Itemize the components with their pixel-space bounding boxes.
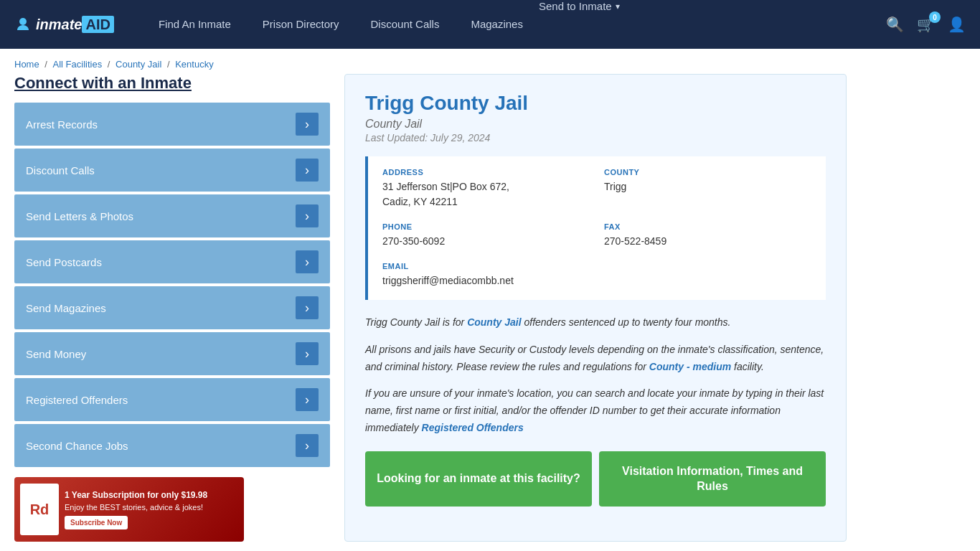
sidebar-label-send-money: Send Money	[26, 348, 86, 360]
sidebar-label-second-chance-jobs: Second Chance Jobs	[26, 440, 128, 452]
sidebar-item-send-magazines[interactable]: Send Magazines ›	[14, 286, 330, 329]
logo-icon	[14, 16, 32, 33]
ad-text: 1 Year Subscription for only $19.98 Enjo…	[65, 490, 207, 529]
breadcrumb-county-jail[interactable]: County Jail	[116, 59, 161, 70]
cart-badge-count: 0	[929, 11, 941, 23]
sidebar-item-send-postcards[interactable]: Send Postcards ›	[14, 240, 330, 283]
breadcrumb-all-facilities[interactable]: All Facilities	[53, 59, 103, 70]
nav-find-inmate[interactable]: Find An Inmate	[143, 0, 247, 49]
sidebar-label-send-postcards: Send Postcards	[26, 256, 102, 268]
facility-last-updated: Last Updated: July 29, 2024	[365, 132, 826, 143]
search-button[interactable]: 🔍	[886, 16, 904, 33]
phone-field: PHONE 270-350-6092	[382, 222, 590, 249]
sidebar-link-send-money[interactable]: Send Money ›	[14, 332, 330, 375]
address-label: ADDRESS	[382, 168, 590, 176]
navbar-right: 🔍 🛒 0 👤	[886, 16, 966, 33]
breadcrumb: Home / All Facilities / County Jail / Ke…	[0, 49, 980, 74]
facility-type: County Jail	[365, 118, 826, 131]
facility-panel: Trigg County Jail County Jail Last Updat…	[344, 74, 847, 542]
sidebar-item-registered-offenders[interactable]: Registered Offenders ›	[14, 378, 330, 421]
county-medium-link[interactable]: County - medium	[649, 361, 731, 372]
address-field: ADDRESS 31 Jefferson St|PO Box 672,Cadiz…	[382, 168, 590, 209]
search-icon: 🔍	[886, 16, 904, 33]
fax-label: FAX	[604, 222, 811, 231]
arrow-icon: ›	[296, 204, 319, 227]
ad-headline: 1 Year Subscription for only $19.98	[65, 490, 207, 500]
desc-paragraph-3: If you are unsure of your inmate's locat…	[365, 385, 826, 436]
sidebar-link-send-magazines[interactable]: Send Magazines ›	[14, 286, 330, 329]
sidebar-link-arrest-records[interactable]: Arrest Records ›	[14, 103, 330, 146]
nav-discount-calls[interactable]: Discount Calls	[355, 0, 456, 49]
facility-description: Trigg County Jail is for County Jail off…	[365, 314, 826, 437]
sidebar-link-second-chance-jobs[interactable]: Second Chance Jobs ›	[14, 424, 330, 467]
email-label: EMAIL	[382, 262, 590, 270]
facility-name: Trigg County Jail	[365, 92, 826, 115]
visitation-info-button[interactable]: Visitation Information, Times and Rules	[599, 451, 826, 507]
sidebar-link-send-letters[interactable]: Send Letters & Photos ›	[14, 194, 330, 237]
sidebar-title: Connect with an Inmate	[14, 74, 330, 93]
nav-prison-directory[interactable]: Prison Directory	[247, 0, 355, 49]
arrow-icon: ›	[296, 113, 319, 136]
fax-field: FAX 270-522-8459	[604, 222, 811, 249]
arrow-icon: ›	[296, 250, 319, 273]
sidebar-item-second-chance-jobs[interactable]: Second Chance Jobs ›	[14, 424, 330, 467]
desc-paragraph-2: All prisons and jails have Security or C…	[365, 342, 826, 376]
cart-container: 🛒 0	[917, 16, 935, 33]
sidebar-item-send-letters[interactable]: Send Letters & Photos ›	[14, 194, 330, 237]
ad-subtext: Enjoy the BEST stories, advice & jokes!	[65, 503, 203, 512]
main-content: Connect with an Inmate Arrest Records › …	[0, 74, 861, 551]
sidebar-label-registered-offenders: Registered Offenders	[26, 394, 128, 406]
sidebar-item-discount-calls[interactable]: Discount Calls ›	[14, 149, 330, 192]
sidebar-label-arrest-records: Arrest Records	[26, 118, 98, 131]
ad-banner: Rd 1 Year Subscription for only $19.98 E…	[14, 477, 244, 542]
svg-point-0	[19, 18, 27, 25]
facility-action-buttons: Looking for an inmate at this facility? …	[365, 451, 826, 507]
ad-cta-button[interactable]: Subscribe Now	[65, 516, 128, 529]
sidebar-menu: Arrest Records › Discount Calls › Send L…	[14, 103, 330, 467]
arrow-icon: ›	[296, 342, 319, 365]
logo-inmate-text: inmate	[36, 17, 82, 32]
user-button[interactable]: 👤	[948, 16, 966, 33]
site-logo[interactable]: inmateAID	[14, 16, 114, 33]
registered-offenders-link[interactable]: Registered Offenders	[422, 422, 524, 433]
nav-links: Find An Inmate Prison Directory Discount…	[143, 0, 886, 49]
sidebar-item-send-money[interactable]: Send Money ›	[14, 332, 330, 375]
ad-brand: Rd	[20, 484, 59, 535]
nav-magazines[interactable]: Magazines	[455, 0, 539, 49]
email-field: EMAIL triggsheriff@mediacombb.net	[382, 262, 590, 288]
county-jail-link[interactable]: County Jail	[467, 316, 521, 328]
address-value: 31 Jefferson St|PO Box 672,Cadiz, KY 422…	[382, 179, 590, 209]
logo-aid-text: AID	[82, 16, 113, 33]
sidebar-label-send-magazines: Send Magazines	[26, 302, 106, 314]
sidebar-label-send-letters: Send Letters & Photos	[26, 210, 133, 222]
fax-value: 270-522-8459	[604, 234, 811, 249]
breadcrumb-state[interactable]: Kentucky	[175, 59, 213, 70]
county-label: COUNTY	[604, 168, 811, 176]
sidebar-link-registered-offenders[interactable]: Registered Offenders ›	[14, 378, 330, 421]
sidebar-link-send-postcards[interactable]: Send Postcards ›	[14, 240, 330, 283]
desc-paragraph-1: Trigg County Jail is for County Jail off…	[365, 314, 826, 331]
arrow-icon: ›	[296, 388, 319, 411]
sidebar-item-arrest-records[interactable]: Arrest Records ›	[14, 103, 330, 146]
user-icon: 👤	[948, 16, 966, 33]
arrow-icon: ›	[296, 159, 319, 182]
arrow-icon: ›	[296, 434, 319, 457]
looking-for-inmate-button[interactable]: Looking for an inmate at this facility?	[365, 451, 592, 507]
sidebar-link-discount-calls[interactable]: Discount Calls ›	[14, 149, 330, 192]
email-value: triggsheriff@mediacombb.net	[382, 273, 590, 288]
county-value: Trigg	[604, 179, 811, 194]
sidebar: Connect with an Inmate Arrest Records › …	[14, 74, 330, 542]
navbar: inmateAID Find An Inmate Prison Director…	[0, 0, 980, 49]
phone-label: PHONE	[382, 222, 590, 231]
sidebar-label-discount-calls: Discount Calls	[26, 164, 95, 176]
nav-send-to-inmate[interactable]: Send to Inmate	[539, 0, 620, 12]
county-field: COUNTY Trigg	[604, 168, 811, 209]
arrow-icon: ›	[296, 296, 319, 319]
breadcrumb-home[interactable]: Home	[14, 59, 39, 70]
phone-value: 270-350-6092	[382, 234, 590, 249]
facility-info-box: ADDRESS 31 Jefferson St|PO Box 672,Cadiz…	[365, 156, 826, 300]
